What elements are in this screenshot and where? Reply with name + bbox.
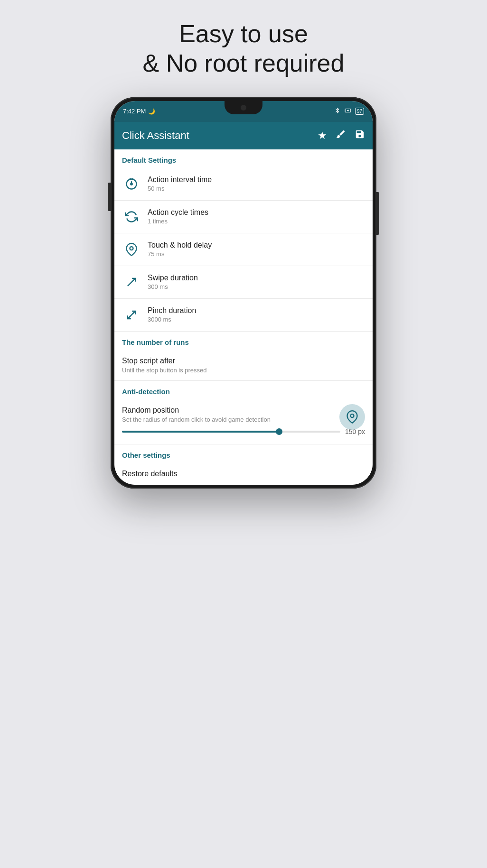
swipe-duration-text: Swipe duration 300 ms xyxy=(148,274,365,290)
restore-defaults-title: Restore defaults xyxy=(122,470,365,478)
random-position-title: Random position xyxy=(122,406,365,415)
slider-row: 150 px xyxy=(122,423,365,437)
status-right: 97 xyxy=(334,107,364,115)
save-button[interactable] xyxy=(355,129,365,142)
random-position-icon xyxy=(339,404,365,430)
phone-screen: 7:42 PM 🌙 97 Click Assistant ★ xyxy=(114,101,373,485)
action-cycle-text: Action cycle times 1 times xyxy=(148,208,365,225)
action-interval-text: Action interval time 50 ms xyxy=(148,175,365,192)
action-cycle-value: 1 times xyxy=(148,218,365,225)
pinch-duration-item[interactable]: Pinch duration 3000 ms xyxy=(114,299,373,332)
pinch-duration-value: 3000 ms xyxy=(148,316,365,323)
headline-text: Easy to use & No root required xyxy=(143,19,345,78)
toolbar-icons: ★ xyxy=(318,129,365,142)
swipe-duration-title: Swipe duration xyxy=(148,274,365,282)
app-toolbar: Click Assistant ★ xyxy=(114,122,373,149)
camera-notch xyxy=(241,105,246,111)
slider-track[interactable] xyxy=(122,431,340,433)
restore-defaults-item[interactable]: Restore defaults xyxy=(114,463,373,485)
star-button[interactable]: ★ xyxy=(318,129,327,142)
touch-hold-value: 75 ms xyxy=(148,250,365,258)
battery-icon: 97 xyxy=(355,108,364,115)
time-display: 7:42 PM xyxy=(123,108,146,115)
headline-line1: Easy to use xyxy=(179,20,308,47)
action-interval-title: Action interval time xyxy=(148,175,365,184)
paint-button[interactable] xyxy=(336,129,346,142)
touch-hold-text: Touch & hold delay 75 ms xyxy=(148,241,365,258)
x-icon xyxy=(345,107,351,115)
section-default-settings-header: Default Settings xyxy=(114,149,373,168)
svg-point-7 xyxy=(351,414,354,417)
touch-hold-title: Touch & hold delay xyxy=(148,241,365,249)
pinch-duration-text: Pinch duration 3000 ms xyxy=(148,306,365,323)
app-title: Click Assistant xyxy=(122,129,318,142)
battery-level: 97 xyxy=(357,109,362,114)
phone-frame: 7:42 PM 🌙 97 Click Assistant ★ xyxy=(111,97,376,489)
action-interval-item[interactable]: Action interval time 50 ms xyxy=(114,168,373,201)
svg-point-4 xyxy=(131,183,132,185)
slider-fill xyxy=(122,431,279,433)
pinch-icon xyxy=(122,305,141,324)
section-runs-header: The number of runs xyxy=(114,332,373,350)
status-left: 7:42 PM 🌙 xyxy=(123,108,155,115)
swipe-duration-value: 300 ms xyxy=(148,283,365,290)
timer-icon xyxy=(122,175,141,194)
touch-hold-item[interactable]: Touch & hold delay 75 ms xyxy=(114,233,373,266)
cycle-icon xyxy=(122,207,141,226)
swipe-icon xyxy=(122,273,141,292)
random-position-desc: Set the radius of random click to avoid … xyxy=(122,416,365,423)
pin-icon xyxy=(122,240,141,259)
bluetooth-icon xyxy=(334,107,341,115)
pinch-duration-title: Pinch duration xyxy=(148,306,365,315)
action-interval-value: 50 ms xyxy=(148,185,365,192)
content-area: Default Settings Action interval time 50… xyxy=(114,149,373,485)
moon-icon: 🌙 xyxy=(148,108,155,115)
random-position-item[interactable]: Random position Set the radius of random… xyxy=(114,399,373,444)
svg-point-5 xyxy=(130,247,133,250)
stop-script-title: Stop script after xyxy=(122,357,365,365)
action-cycle-item[interactable]: Action cycle times 1 times xyxy=(114,201,373,233)
action-cycle-title: Action cycle times xyxy=(148,208,365,217)
swipe-duration-item[interactable]: Swipe duration 300 ms xyxy=(114,266,373,299)
stop-script-item[interactable]: Stop script after Until the stop button … xyxy=(114,350,373,381)
stop-script-subtitle: Until the stop button is pressed xyxy=(122,367,365,374)
slider-thumb[interactable] xyxy=(276,428,282,435)
section-anti-header: Anti-detection xyxy=(114,381,373,399)
headline-line2: & No root required xyxy=(143,49,345,77)
section-other-header: Other settings xyxy=(114,444,373,463)
svg-line-6 xyxy=(128,278,135,286)
status-bar: 7:42 PM 🌙 97 xyxy=(114,101,373,122)
